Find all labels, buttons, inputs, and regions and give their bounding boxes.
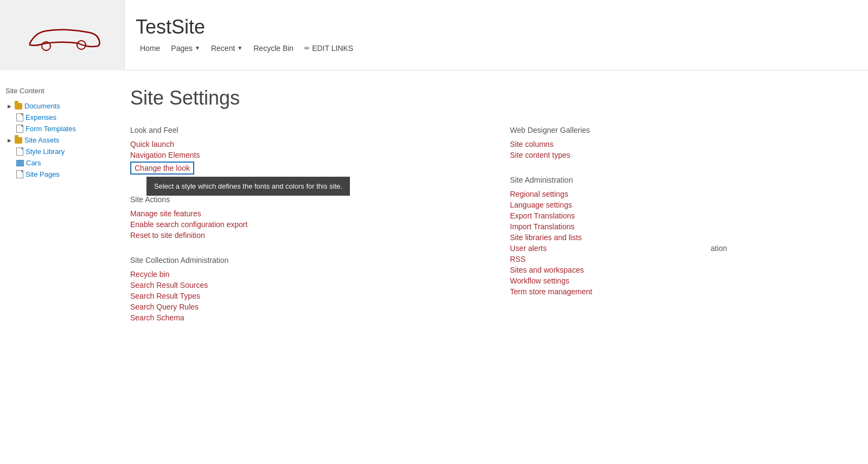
image-icon bbox=[16, 160, 24, 166]
settings-grid: Look and Feel Quick launch Navigation El… bbox=[130, 126, 846, 338]
link-site-columns[interactable]: Site columns bbox=[510, 140, 846, 149]
sidebar-item-style-library[interactable]: Style Library bbox=[5, 146, 103, 157]
recent-arrow-icon: ▼ bbox=[237, 45, 242, 51]
link-site-content-types[interactable]: Site content types bbox=[510, 151, 846, 159]
link-reset-site-definition[interactable]: Reset to site definition bbox=[130, 231, 467, 240]
section-heading-site-collection-admin: Site Collection Administration bbox=[130, 256, 467, 265]
link-search-query-rules[interactable]: Search Query Rules bbox=[130, 302, 467, 311]
folder-icon bbox=[15, 137, 22, 144]
nav-links-bar: Home Pages ▼ Recent ▼ Recycle Bin ✏ EDIT… bbox=[136, 42, 868, 55]
link-navigation-elements[interactable]: Navigation Elements bbox=[130, 151, 467, 159]
link-term-store-management[interactable]: Term store management bbox=[510, 287, 846, 296]
sidebar-item-form-templates[interactable]: Form Templates bbox=[5, 123, 103, 134]
link-export-translations[interactable]: Export Translations bbox=[510, 211, 846, 220]
nav-pages-dropdown[interactable]: Pages ▼ bbox=[167, 42, 205, 55]
link-change-the-look[interactable]: Change the look bbox=[130, 162, 194, 175]
expand-arrow-icon: ▶ bbox=[8, 138, 11, 143]
expand-arrow-icon: ▶ bbox=[8, 104, 11, 109]
nav-recycle-bin[interactable]: Recycle Bin bbox=[249, 42, 298, 55]
main-container: Site Content ▶ Documents Expenses Form T… bbox=[0, 70, 868, 464]
doc-icon bbox=[16, 147, 23, 156]
section-site-administration: Site Administration Regional settings La… bbox=[510, 176, 846, 296]
link-enable-search-config[interactable]: Enable search configuration export bbox=[130, 220, 467, 229]
section-heading-site-actions: Site Actions bbox=[130, 195, 467, 204]
sidebar-item-documents[interactable]: ▶ Documents bbox=[5, 100, 103, 112]
site-title: TestSite bbox=[136, 16, 868, 38]
site-logo bbox=[0, 0, 125, 70]
settings-column-left: Look and Feel Quick launch Navigation El… bbox=[130, 126, 467, 338]
link-user-alerts[interactable]: User alerts bbox=[510, 244, 846, 253]
link-workflow-settings[interactable]: Workflow settings bbox=[510, 276, 846, 285]
link-site-libraries-lists[interactable]: Site libraries and lists bbox=[510, 233, 846, 242]
pages-arrow-icon: ▼ bbox=[195, 45, 200, 51]
link-manage-site-features[interactable]: Manage site features bbox=[130, 209, 467, 218]
link-regional-settings[interactable]: Regional settings bbox=[510, 190, 846, 198]
nav-home[interactable]: Home bbox=[136, 42, 164, 55]
link-search-result-types[interactable]: Search Result Types bbox=[130, 292, 467, 300]
doc-icon bbox=[16, 170, 23, 178]
section-heading-web-designer-galleries: Web Designer Galleries bbox=[510, 126, 846, 134]
sidebar-item-cars[interactable]: Cars bbox=[5, 157, 103, 169]
link-search-result-sources[interactable]: Search Result Sources bbox=[130, 281, 467, 289]
change-the-look-wrapper: Change the look Select a style which def… bbox=[130, 162, 194, 177]
section-site-collection-admin: Site Collection Administration Recycle b… bbox=[130, 256, 467, 322]
tooltip-change-the-look: Select a style which defines the fonts a… bbox=[146, 177, 350, 196]
link-import-translations[interactable]: Import Translations bbox=[510, 222, 846, 231]
section-web-designer-galleries: Web Designer Galleries Site columns Site… bbox=[510, 126, 846, 159]
doc-icon bbox=[16, 125, 23, 133]
top-navigation: TestSite Home Pages ▼ Recent ▼ Recycle B… bbox=[0, 0, 868, 70]
settings-column-right: Web Designer Galleries Site columns Site… bbox=[510, 126, 846, 338]
sidebar: Site Content ▶ Documents Expenses Form T… bbox=[0, 70, 108, 464]
sidebar-section-title: Site Content bbox=[5, 87, 103, 95]
sidebar-item-site-assets[interactable]: ▶ Site Assets bbox=[5, 134, 103, 146]
nav-recent-dropdown[interactable]: Recent ▼ bbox=[207, 42, 247, 55]
folder-icon bbox=[15, 103, 22, 109]
doc-icon bbox=[16, 113, 23, 121]
section-site-actions: Site Actions Manage site features Enable… bbox=[130, 195, 467, 240]
logo-image bbox=[19, 14, 106, 57]
section-look-and-feel: Look and Feel Quick launch Navigation El… bbox=[130, 126, 467, 179]
link-language-settings[interactable]: Language settings bbox=[510, 201, 846, 209]
link-search-schema[interactable]: Search Schema bbox=[130, 313, 467, 322]
link-sites-workspaces[interactable]: Sites and workspaces bbox=[510, 266, 846, 274]
sidebar-item-expenses[interactable]: Expenses bbox=[5, 112, 103, 123]
page-title: Site Settings bbox=[130, 87, 846, 109]
section-heading-site-administration: Site Administration bbox=[510, 176, 846, 184]
link-quick-launch[interactable]: Quick launch bbox=[130, 140, 467, 149]
content-area: Site Settings Look and Feel Quick launch… bbox=[108, 70, 868, 464]
link-rss[interactable]: RSS bbox=[510, 255, 846, 263]
sidebar-item-site-pages[interactable]: Site Pages bbox=[5, 169, 103, 180]
pencil-icon: ✏ bbox=[304, 44, 310, 52]
nav-edit-links[interactable]: ✏ EDIT LINKS bbox=[300, 42, 358, 55]
link-recycle-bin[interactable]: Recycle bin bbox=[130, 270, 467, 279]
site-header: TestSite Home Pages ▼ Recent ▼ Recycle B… bbox=[125, 16, 868, 55]
svg-rect-0 bbox=[19, 14, 106, 57]
section-heading-look-and-feel: Look and Feel bbox=[130, 126, 467, 134]
